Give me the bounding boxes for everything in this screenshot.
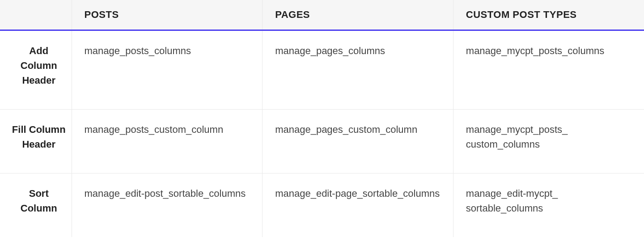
cell-fill-posts: manage_posts_custom_​column <box>72 110 263 174</box>
cell-add-pages: manage_pages_columns <box>263 30 453 110</box>
table-row: Fill Column Header manage_posts_custom_​… <box>0 110 644 174</box>
table-row: Add Column Header manage_posts_columns m… <box>0 30 644 110</box>
cell-add-cpt: manage_mycpt_posts_​columns <box>453 30 644 110</box>
column-header-pages: PAGES <box>263 0 453 30</box>
column-header-cpt: CUSTOM POST TYPES <box>453 0 644 30</box>
hooks-table: POSTS PAGES CUSTOM POST TYPES Add Column… <box>0 0 644 237</box>
column-header-posts: POSTS <box>72 0 263 30</box>
row-label-add: Add Column Header <box>0 30 72 110</box>
cell-sort-cpt: manage_edit-mycpt_​sortable_columns <box>453 174 644 237</box>
table-header-row: POSTS PAGES CUSTOM POST TYPES <box>0 0 644 30</box>
table-row: Sort Column manage_edit-post_sortable​_c… <box>0 174 644 237</box>
cell-fill-pages: manage_pages_custom_​column <box>263 110 453 174</box>
cell-fill-cpt: manage_mycpt_posts_​custom_columns <box>453 110 644 174</box>
header-corner <box>0 0 72 30</box>
cell-add-posts: manage_posts_columns <box>72 30 263 110</box>
row-label-sort: Sort Column <box>0 174 72 237</box>
cell-sort-posts: manage_edit-post_sortable​_columns <box>72 174 263 237</box>
row-label-fill: Fill Column Header <box>0 110 72 174</box>
cell-sort-pages: manage_edit-page_sortable​_columns <box>263 174 453 237</box>
